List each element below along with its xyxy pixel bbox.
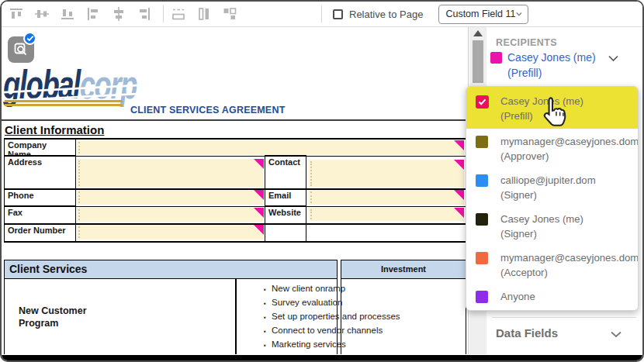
empty-cell [265, 223, 306, 243]
checked-checkbox-icon [476, 95, 489, 109]
field-assignment-marker [454, 140, 464, 150]
services-bullet-list: ▪New client onramp ▪Survey evaluation ▪S… [264, 282, 466, 354]
list-item: ▪Staff training [264, 352, 466, 354]
bullet-icon: ▪ [264, 352, 272, 354]
label-phone: Phone [4, 188, 76, 207]
scrollbar-thumb[interactable] [473, 40, 483, 83]
label-contact: Contact [265, 155, 306, 189]
bullet-icon: ▪ [264, 282, 272, 296]
bullet-icon: ▪ [264, 296, 272, 310]
field-assignment-marker [454, 190, 464, 200]
app-window: Relative to Page Custom Field 11 globalc… [0, 0, 644, 362]
table-border [4, 241, 466, 243]
checkbox-label: Relative to Page [349, 9, 423, 20]
label-company-name: Company Name [4, 138, 76, 157]
logo-underline [5, 104, 123, 106]
label-fax: Fax [4, 205, 76, 224]
align-left-icon[interactable] [85, 5, 102, 22]
table-border [235, 278, 237, 354]
chevron-down-icon [516, 11, 522, 17]
custom-field-select-value: Custom Field 11 [445, 9, 515, 19]
field-assignment-marker [254, 225, 264, 235]
list-item: ▪Set up properties and processes [264, 310, 466, 324]
field-assignment-marker [454, 160, 464, 170]
list-item: ▪Survey evaluation [264, 296, 466, 310]
logo-underline [5, 100, 123, 102]
recipient-color-swatch [490, 52, 502, 64]
label-website: Website [265, 205, 306, 224]
field-assignment-marker [254, 190, 264, 200]
table-border [4, 206, 466, 208]
scroll-up-icon[interactable] [473, 30, 483, 36]
checkbox-box[interactable] [333, 9, 343, 19]
order-number-field[interactable] [77, 225, 264, 240]
bullet-icon: ▪ [264, 324, 272, 338]
match-size-icon[interactable] [221, 5, 238, 22]
chevron-down-icon[interactable] [608, 55, 618, 62]
recipient-color-swatch [476, 174, 488, 187]
recipient-color-swatch [476, 252, 488, 264]
align-middle-icon[interactable] [33, 5, 50, 22]
toolbar-separator [163, 5, 164, 22]
field-assignment-marker [454, 208, 464, 218]
email-field[interactable] [309, 190, 464, 205]
recipient-option[interactable]: Casey Jones (me)(Signer) [466, 206, 638, 245]
company-name-field[interactable] [77, 140, 464, 155]
contact-field[interactable] [309, 160, 464, 188]
recipient-color-swatch [476, 136, 488, 148]
bullet-icon: ▪ [264, 310, 272, 324]
data-fields-section-toggle[interactable]: Data Fields [496, 326, 558, 340]
recipient-color-swatch [476, 291, 488, 303]
match-height-icon[interactable] [196, 5, 213, 22]
section-heading-client-services: Client Services [4, 260, 338, 279]
investment-column-header: Investment [341, 260, 466, 279]
list-item: ▪Connect to vendor channels [264, 324, 466, 338]
align-right-icon[interactable] [136, 5, 153, 22]
address-field[interactable] [77, 159, 264, 188]
field-alignment-toolbar: Relative to Page Custom Field 11 [2, 2, 642, 27]
document-canvas[interactable]: globalcorp CLIENT SERVICES AGREEMENT Cli… [2, 27, 469, 354]
custom-field-select[interactable]: Custom Field 11 [438, 5, 528, 24]
program-name: New Customer Program [19, 305, 119, 329]
selected-recipient-name[interactable]: Casey Jones (me) [507, 51, 596, 64]
label-address: Address [4, 155, 76, 189]
recipient-option[interactable]: calliope@jupiter.dom(Signer) [466, 167, 638, 206]
align-center-icon[interactable] [110, 5, 127, 22]
divider [492, 317, 636, 318]
list-item: ▪Marketing services [264, 338, 466, 352]
selected-recipient-role: (Prefill) [507, 67, 542, 79]
table-border [4, 156, 466, 157]
toolbar-separator [321, 5, 322, 22]
label-order-number: Order Number [4, 223, 76, 243]
bullet-icon: ▪ [264, 338, 272, 352]
document-title: CLIENT SERVICES AGREEMENT [130, 105, 285, 115]
table-border [4, 138, 466, 140]
recipient-option[interactable]: Anyone [466, 284, 638, 309]
divider [2, 119, 467, 121]
hand-cursor-icon [539, 96, 567, 130]
recipient-option[interactable]: mymanager@caseyjones.dom(Approver) [466, 129, 638, 167]
label-email: Email [265, 188, 306, 207]
recipient-color-swatch [476, 213, 488, 226]
fax-field[interactable] [77, 208, 264, 222]
check-badge-icon [23, 32, 36, 45]
recipients-heading: RECIPIENTS [496, 37, 557, 48]
phone-field[interactable] [77, 190, 264, 205]
website-field[interactable] [309, 208, 464, 221]
field-assignment-marker [254, 159, 264, 169]
list-item: ▪New client onramp [264, 282, 466, 296]
recipient-option[interactable]: mymanager@caseyjones.dom(Acceptor) [466, 245, 638, 284]
field-assignment-marker [254, 208, 264, 218]
section-heading-client-information: Client Information [5, 123, 104, 136]
match-width-icon[interactable] [170, 5, 187, 22]
relative-to-page-checkbox[interactable]: Relative to Page [333, 9, 423, 20]
window-bottom-edge [2, 355, 642, 360]
chevron-down-icon[interactable] [611, 331, 621, 338]
align-bottom-icon[interactable] [59, 5, 76, 22]
align-top-icon[interactable] [8, 5, 25, 22]
